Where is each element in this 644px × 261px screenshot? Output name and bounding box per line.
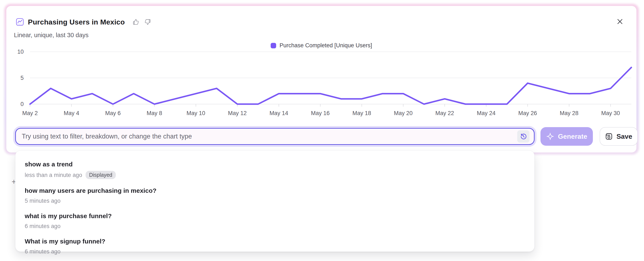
save-label: Save (616, 133, 632, 140)
series-line (30, 67, 631, 104)
close-icon[interactable] (615, 17, 624, 26)
history-query: what is my purchase funnel? (25, 212, 525, 220)
x-axis-label: May 28 (560, 110, 578, 116)
history-item[interactable]: show as a trend less than a minute ago D… (16, 156, 534, 183)
history-icon[interactable] (517, 130, 530, 143)
x-axis-label: May 20 (394, 110, 413, 116)
chart-subtitle: Linear, unique, last 30 days (14, 32, 88, 39)
x-axis-label: May 14 (270, 110, 288, 116)
card-header: Purchasing Users in Mexico (16, 18, 152, 26)
legend-swatch (271, 43, 276, 48)
y-axis-label: 10 (17, 48, 24, 55)
chart-card: Purchasing Users in Mexico Linear, uniqu… (6, 6, 636, 152)
history-query: how many users are purchasing in mexico? (25, 187, 525, 195)
history-time: 5 minutes ago (25, 197, 61, 204)
x-axis-label: May 22 (435, 110, 454, 116)
generate-button[interactable]: Generate (540, 127, 593, 146)
history-time: 6 minutes ago (25, 223, 61, 230)
line-chart-icon (16, 18, 24, 26)
x-axis-label: May 2 (22, 110, 38, 116)
history-meta: 5 minutes ago (25, 197, 525, 204)
history-time: less than a minute ago (25, 172, 82, 179)
x-axis-label: May 10 (186, 110, 205, 116)
y-axis-label: 0 (20, 101, 24, 107)
x-axis-label: May 24 (477, 110, 496, 116)
history-meta: less than a minute ago Displayed (25, 171, 525, 179)
history-item[interactable]: what is my purchase funnel? 6 minutes ag… (16, 208, 534, 234)
x-axis-label: May 16 (311, 110, 330, 116)
ai-query-input[interactable] (15, 128, 534, 145)
y-axis-label: 5 (20, 75, 24, 81)
history-item[interactable]: how many users are purchasing in mexico?… (16, 183, 534, 208)
history-query: show as a trend (25, 160, 525, 168)
status-badge: Displayed (86, 171, 116, 179)
x-axis-label: May 4 (64, 110, 80, 116)
line-chart: 0510May 2May 4May 6May 8May 10May 12May … (6, 48, 636, 124)
chart-legend: Purchase Completed [Unique Users] (6, 42, 636, 49)
x-axis-label: May 6 (105, 110, 121, 116)
history-meta: 6 minutes ago (25, 248, 525, 255)
legend-label: Purchase Completed [Unique Users] (280, 42, 372, 49)
x-axis-label: May 30 (601, 110, 620, 116)
x-axis-label: May 26 (518, 110, 537, 116)
generate-label: Generate (558, 133, 588, 140)
history-item[interactable]: What is my signup funnel? 6 minutes ago (16, 234, 534, 259)
x-axis-label: May 12 (228, 110, 247, 116)
thumb-up-icon[interactable] (132, 18, 140, 26)
x-axis-label: May 18 (352, 110, 371, 116)
page-title: Purchasing Users in Mexico (28, 18, 125, 26)
x-axis-label: May 8 (147, 110, 162, 116)
save-button[interactable]: Save (600, 127, 638, 146)
history-query: What is my signup funnel? (25, 237, 525, 245)
feedback-controls (132, 18, 152, 26)
query-history-dropdown: show as a trend less than a minute ago D… (15, 150, 534, 252)
history-time: 6 minutes ago (25, 248, 61, 255)
thumb-down-icon[interactable] (144, 18, 152, 26)
history-meta: 6 minutes ago (25, 223, 525, 230)
